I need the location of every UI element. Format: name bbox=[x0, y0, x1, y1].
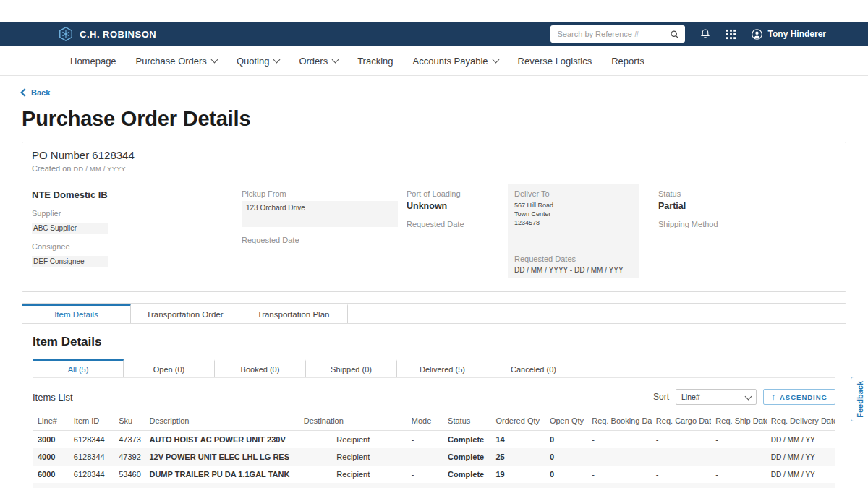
sort-label: Sort bbox=[653, 392, 669, 402]
cell-item-id: 6128344 bbox=[69, 448, 114, 466]
nav-item-tracking[interactable]: Tracking bbox=[357, 56, 393, 67]
cell-line-: 4000 bbox=[33, 448, 69, 466]
chevron-down-icon bbox=[332, 56, 339, 63]
cell-req-ship-date: - bbox=[711, 483, 766, 488]
subtab-canceled[interactable]: Canceled (0) bbox=[488, 359, 579, 377]
cell-req-cargo-date: - bbox=[652, 431, 712, 449]
cell-line-: 6000 bbox=[33, 466, 69, 483]
page-title: Purchase Order Details bbox=[22, 107, 846, 131]
cell-req-ship-date: - bbox=[711, 431, 766, 449]
cell-req-delivery-date: DD / MM / YY bbox=[767, 431, 835, 449]
cell-req-ship-date: - bbox=[711, 466, 766, 483]
order-type-column: NTE Domestic IB Supplier ABC Supplier Co… bbox=[32, 184, 242, 278]
cell-req-booking-date: - bbox=[587, 483, 652, 488]
chevron-down-icon bbox=[273, 56, 281, 63]
user-name: Tony Hinderer bbox=[768, 29, 826, 39]
reference-search[interactable] bbox=[550, 25, 685, 43]
deliver-address-line1: 567 Hill Road bbox=[514, 201, 633, 210]
nav-item-purchase-orders[interactable]: Purchase Orders bbox=[136, 56, 217, 67]
table-row[interactable]: 3000612834447373AUTO HOIST AC POWER UNIT… bbox=[33, 431, 835, 449]
user-menu[interactable]: Tony Hinderer bbox=[751, 28, 826, 40]
apps-grid-icon[interactable] bbox=[726, 29, 736, 40]
subtab-shipped[interactable]: Shipped (0) bbox=[306, 359, 397, 377]
back-link[interactable]: Back bbox=[22, 88, 50, 97]
top-app-bar: C.H. ROBINSON bbox=[0, 22, 868, 46]
search-input[interactable] bbox=[556, 29, 670, 39]
subtab-open[interactable]: Open (0) bbox=[124, 359, 215, 377]
cell-req-cargo-date: - bbox=[652, 448, 712, 466]
cell-status: Complete bbox=[443, 483, 491, 488]
feedback-button[interactable]: Feedback bbox=[851, 377, 868, 421]
cell-sku: 47373 bbox=[114, 431, 145, 449]
cell-mode: - bbox=[407, 448, 443, 466]
tab-transportation-plan[interactable]: Transportation Plan bbox=[239, 304, 348, 323]
cell-req-booking-date: - bbox=[587, 466, 652, 483]
cell-description: DUMP TRAILER PU DA 1.1GAL TANK bbox=[145, 466, 299, 483]
col-req-cargo-date: Req. Cargo Date bbox=[652, 411, 712, 431]
po-summary-card: PO Number 6128344 Created on DD / MM / Y… bbox=[22, 142, 846, 292]
cell-ordered-qty: 15 bbox=[491, 483, 545, 488]
col-sku: Sku bbox=[114, 411, 145, 431]
tab-transportation-order[interactable]: Transportation Order bbox=[131, 304, 239, 323]
nav-item-homepage[interactable]: Homepage bbox=[70, 56, 116, 67]
port-of-loading-label: Port of Loading bbox=[407, 189, 508, 198]
status-value: Partial bbox=[658, 201, 836, 211]
pickup-requested-date-value: - bbox=[242, 247, 407, 255]
table-header-row: Line# Item ID Sku Description Destinatio… bbox=[33, 411, 835, 431]
sort-direction-button[interactable]: ↑ ASCENDING bbox=[763, 389, 835, 405]
deliver-address-line3: 1234578 bbox=[514, 218, 633, 227]
cell-description: 12V POWER UNIT ELEC LHL LG RES bbox=[145, 448, 299, 466]
items-table: Line# Item ID Sku Description Destinatio… bbox=[33, 411, 835, 488]
cell-description: INDUST PU 230/460V 2320PSI 15 bbox=[145, 483, 299, 488]
cell-item-id: 6128344 bbox=[69, 483, 114, 488]
port-column: Port of Loading Unknown Requested Date - bbox=[407, 184, 508, 278]
brand: C.H. ROBINSON bbox=[58, 26, 156, 42]
cell-item-id: 6128344 bbox=[69, 431, 114, 449]
nav-item-reports[interactable]: Reports bbox=[611, 56, 644, 67]
chrobinson-logo-icon bbox=[58, 26, 74, 42]
cell-status: Complete bbox=[443, 448, 491, 466]
cell-status: Complete bbox=[443, 466, 491, 483]
subtab-booked[interactable]: Booked (0) bbox=[215, 359, 306, 377]
chevron-down-icon bbox=[492, 56, 499, 63]
deliver-to-label: Deliver To bbox=[514, 189, 633, 198]
port-of-loading-value: Unknown bbox=[407, 201, 508, 211]
cell-destination: Recipient bbox=[299, 448, 407, 466]
nav-item-quoting[interactable]: Quoting bbox=[237, 56, 280, 67]
port-requested-date-label: Requested Date bbox=[407, 220, 508, 228]
deliver-column: Deliver To 567 Hill Road Town Center 123… bbox=[508, 184, 639, 278]
cell-req-cargo-date: - bbox=[652, 483, 712, 488]
cell-line-: 3000 bbox=[33, 431, 69, 449]
table-row[interactable]: 6000612834453460DUMP TRAILER PU DA 1.1GA… bbox=[33, 466, 835, 483]
requested-dates-label: Requested Dates bbox=[514, 254, 633, 263]
col-status: Status bbox=[443, 411, 491, 431]
col-description: Description bbox=[145, 411, 299, 431]
col-req-booking-date: Req. Booking Date bbox=[587, 411, 652, 431]
subtab-all[interactable]: All (5) bbox=[33, 359, 124, 377]
cell-sku: 53453 bbox=[114, 483, 145, 488]
brand-name: C.H. ROBINSON bbox=[80, 29, 156, 40]
search-icon[interactable] bbox=[670, 30, 679, 39]
shipping-method-value: - bbox=[658, 231, 836, 239]
pickup-requested-date-label: Requested Date bbox=[242, 236, 407, 244]
status-column: Status Partial Shipping Method - bbox=[655, 184, 836, 278]
table-row[interactable]: 400061283444739212V POWER UNIT ELEC LHL … bbox=[33, 448, 835, 466]
cell-req-delivery-date: DD / MM / YY bbox=[767, 466, 835, 483]
cell-open-qty: 0 bbox=[545, 431, 587, 449]
details-card: Item Details Transportation Order Transp… bbox=[22, 303, 846, 488]
sort-select[interactable]: Line# bbox=[676, 389, 757, 405]
nav-item-reverse-logistics[interactable]: Reverse Logistics bbox=[518, 56, 592, 67]
nav-item-orders[interactable]: Orders bbox=[299, 56, 338, 67]
cell-mode: - bbox=[407, 466, 443, 483]
shipping-method-label: Shipping Method bbox=[658, 220, 836, 228]
pickup-column: Pickup From 123 Orchard Drive Requested … bbox=[242, 184, 407, 278]
chevron-down-icon bbox=[745, 393, 752, 400]
table-row[interactable]: 8000612834453453INDUST PU 230/460V 2320P… bbox=[33, 483, 835, 488]
nav-item-accounts-payable[interactable]: Accounts Payable bbox=[413, 56, 498, 67]
notifications-bell-icon[interactable] bbox=[699, 28, 711, 40]
po-number: PO Number 6128344 bbox=[32, 149, 836, 161]
col-mode: Mode bbox=[407, 411, 443, 431]
col-req-ship-date: Req. Ship Date bbox=[711, 411, 766, 431]
subtab-delivered[interactable]: Delivered (5) bbox=[397, 359, 488, 377]
tab-item-details[interactable]: Item Details bbox=[22, 304, 131, 323]
